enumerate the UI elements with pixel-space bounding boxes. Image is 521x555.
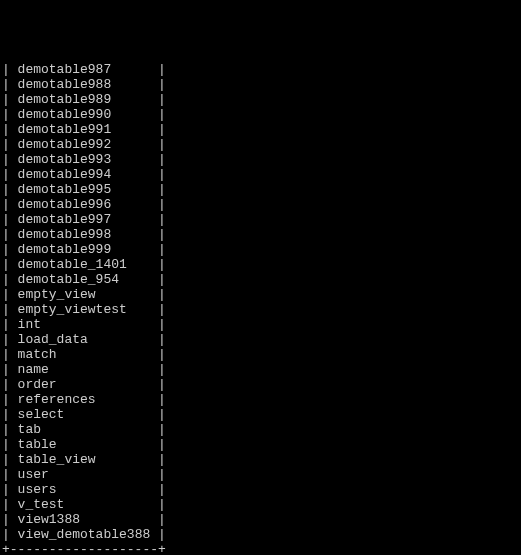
table-row: | demotable993 |: [2, 152, 519, 167]
pipe-right: |: [158, 272, 166, 287]
pipe-left: |: [2, 392, 18, 407]
pipe-right: |: [158, 452, 166, 467]
table-cell-name: match: [18, 347, 158, 362]
pipe-left: |: [2, 452, 18, 467]
table-row: | demotable997 |: [2, 212, 519, 227]
table-cell-name: int: [18, 317, 158, 332]
table-row: | demotable987 |: [2, 62, 519, 77]
table-row: | order |: [2, 377, 519, 392]
pipe-right: |: [158, 107, 166, 122]
table-cell-name: name: [18, 362, 158, 377]
pipe-right: |: [158, 92, 166, 107]
pipe-right: |: [158, 137, 166, 152]
pipe-right: |: [158, 122, 166, 137]
pipe-right: |: [158, 257, 166, 272]
pipe-left: |: [2, 257, 18, 272]
table-cell-name: view_demotable388: [18, 527, 158, 542]
table-row: | demotable996 |: [2, 197, 519, 212]
pipe-right: |: [158, 212, 166, 227]
table-row: | demotable994 |: [2, 167, 519, 182]
pipe-right: |: [158, 152, 166, 167]
pipe-right: |: [158, 317, 166, 332]
table-cell-name: v_test: [18, 497, 158, 512]
table-row: | demotable990 |: [2, 107, 519, 122]
pipe-left: |: [2, 347, 18, 362]
table-row: | match |: [2, 347, 519, 362]
pipe-right: |: [158, 287, 166, 302]
pipe-right: |: [158, 62, 166, 77]
table-row: | demotable988 |: [2, 77, 519, 92]
table-cell-name: demotable987: [18, 62, 158, 77]
table-row: | empty_viewtest |: [2, 302, 519, 317]
pipe-left: |: [2, 467, 18, 482]
table-row: | demotable_1401 |: [2, 257, 519, 272]
table-row: | user |: [2, 467, 519, 482]
table-row: | demotable991 |: [2, 122, 519, 137]
pipe-right: |: [158, 512, 166, 527]
pipe-right: |: [158, 347, 166, 362]
pipe-right: |: [158, 377, 166, 392]
table-row: | demotable992 |: [2, 137, 519, 152]
pipe-left: |: [2, 122, 18, 137]
table-row: | demotable999 |: [2, 242, 519, 257]
terminal-output: | demotable987 || demotable988 || demota…: [2, 62, 519, 555]
table-cell-name: demotable989: [18, 92, 158, 107]
table-row: | tab |: [2, 422, 519, 437]
table-row: | references |: [2, 392, 519, 407]
table-cell-name: references: [18, 392, 158, 407]
table-cell-name: demotable996: [18, 197, 158, 212]
pipe-left: |: [2, 137, 18, 152]
pipe-left: |: [2, 287, 18, 302]
table-cell-name: demotable999: [18, 242, 158, 257]
table-row: | users |: [2, 482, 519, 497]
table-cell-name: demotable991: [18, 122, 158, 137]
table-row: | empty_view |: [2, 287, 519, 302]
table-row: | select |: [2, 407, 519, 422]
pipe-right: |: [158, 482, 166, 497]
table-row: | demotable_954 |: [2, 272, 519, 287]
pipe-left: |: [2, 527, 18, 542]
pipe-right: |: [158, 302, 166, 317]
table-cell-name: demotable995: [18, 182, 158, 197]
pipe-left: |: [2, 242, 18, 257]
pipe-left: |: [2, 332, 18, 347]
table-cell-name: demotable992: [18, 137, 158, 152]
pipe-right: |: [158, 362, 166, 377]
table-row: | view1388 |: [2, 512, 519, 527]
pipe-right: |: [158, 332, 166, 347]
table-row: | load_data |: [2, 332, 519, 347]
pipe-left: |: [2, 512, 18, 527]
pipe-left: |: [2, 167, 18, 182]
pipe-right: |: [158, 437, 166, 452]
table-cell-name: demotable988: [18, 77, 158, 92]
table-cell-name: demotable993: [18, 152, 158, 167]
pipe-left: |: [2, 377, 18, 392]
table-cell-name: view1388: [18, 512, 158, 527]
pipe-right: |: [158, 167, 166, 182]
pipe-right: |: [158, 182, 166, 197]
pipe-right: |: [158, 392, 166, 407]
table-cell-name: demotable990: [18, 107, 158, 122]
table-cell-name: load_data: [18, 332, 158, 347]
pipe-right: |: [158, 242, 166, 257]
pipe-left: |: [2, 437, 18, 452]
pipe-left: |: [2, 182, 18, 197]
pipe-right: |: [158, 497, 166, 512]
pipe-left: |: [2, 482, 18, 497]
pipe-right: |: [158, 467, 166, 482]
table-cell-name: tab: [18, 422, 158, 437]
pipe-left: |: [2, 62, 18, 77]
pipe-right: |: [158, 227, 166, 242]
table-cell-name: demotable_1401: [18, 257, 158, 272]
table-row: | int |: [2, 317, 519, 332]
pipe-left: |: [2, 407, 18, 422]
table-cell-name: demotable998: [18, 227, 158, 242]
table-cell-name: demotable_954: [18, 272, 158, 287]
table-cell-name: demotable994: [18, 167, 158, 182]
table-cell-name: demotable997: [18, 212, 158, 227]
pipe-left: |: [2, 497, 18, 512]
pipe-left: |: [2, 152, 18, 167]
pipe-left: |: [2, 362, 18, 377]
table-cell-name: table: [18, 437, 158, 452]
pipe-right: |: [158, 77, 166, 92]
